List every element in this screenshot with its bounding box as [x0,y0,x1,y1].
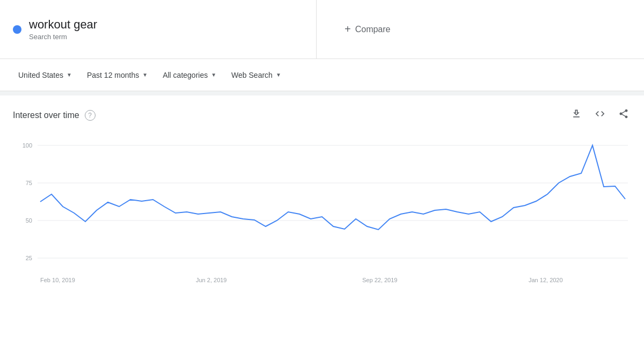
filters-bar: United States ▼ Past 12 months ▼ All cat… [0,59,644,91]
region-label: United States [18,71,63,79]
help-icon[interactable]: ? [85,110,96,121]
search-type-filter[interactable]: Web Search ▼ [226,68,287,83]
x-label-feb: Feb 10, 2019 [40,277,75,283]
embed-button[interactable] [592,106,608,124]
download-icon [571,108,582,119]
chevron-down-icon: ▼ [67,72,72,78]
share-icon [618,108,629,119]
search-term-color-dot [13,25,21,34]
chevron-down-icon: ▼ [211,72,216,78]
embed-icon [595,108,605,119]
chart-actions [569,106,631,124]
y-label-25: 25 [26,255,32,261]
y-label-100: 100 [23,142,32,149]
y-label-50: 50 [26,217,32,224]
chart-header: Interest over time ? [13,106,631,124]
share-button[interactable] [616,106,631,124]
search-term-section: workout gear Search term [0,0,317,58]
time-range-label: Past 12 months [87,71,139,79]
chevron-down-icon: ▼ [276,72,281,78]
y-label-75: 75 [26,180,32,186]
search-term-label: Search term [29,33,97,41]
trend-line [40,145,625,230]
chevron-down-icon: ▼ [142,72,148,78]
category-filter[interactable]: All categories ▼ [157,68,222,83]
header: workout gear Search term + Compare [0,0,644,59]
search-type-label: Web Search [231,71,273,79]
compare-button[interactable]: + Compare [338,19,397,40]
search-term-text: workout gear Search term [29,18,97,41]
x-label-jan: Jan 12, 2020 [529,277,563,283]
plus-icon: + [345,23,351,35]
x-label-jun: Jun 2, 2019 [196,277,227,283]
compare-label: Compare [355,25,391,34]
help-question-mark: ? [88,112,92,119]
chart-section: Interest over time ? [0,95,644,314]
chart-title-row: Interest over time ? [13,110,96,121]
search-term-value: workout gear [29,18,97,32]
section-divider [0,91,644,95]
category-label: All categories [163,71,208,79]
chart-title: Interest over time [13,111,79,120]
x-label-sep: Sep 22, 2019 [362,277,397,283]
time-range-filter[interactable]: Past 12 months ▼ [82,68,153,83]
compare-section: + Compare [317,0,644,58]
region-filter[interactable]: United States ▼ [13,68,77,83]
download-button[interactable] [569,106,584,124]
interest-chart: 100 75 50 25 Feb 10, 2019 Jun 2, 2019 Se… [13,129,631,306]
chart-container: 100 75 50 25 Feb 10, 2019 Jun 2, 2019 Se… [13,129,631,308]
